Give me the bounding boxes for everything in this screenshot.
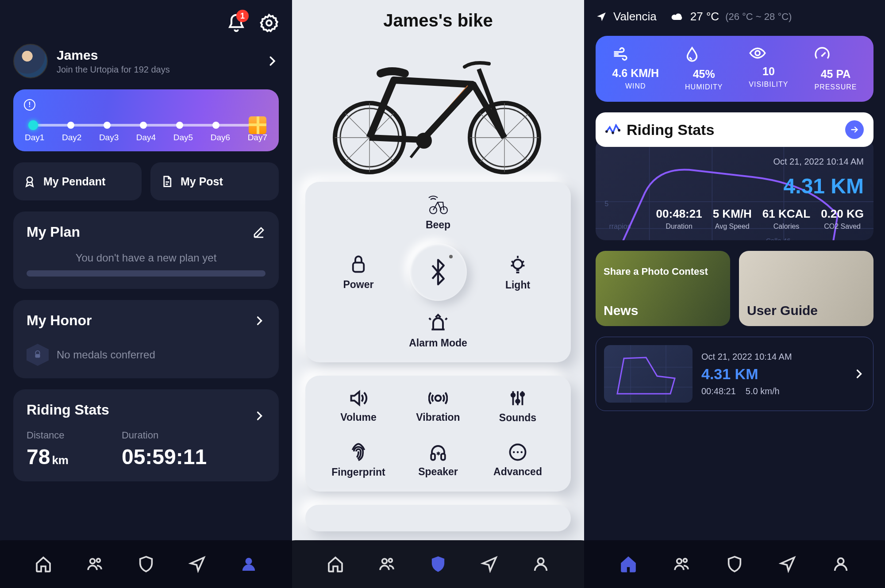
ride-distance: 4.31 KM — [605, 174, 864, 198]
tab-navigate[interactable] — [189, 555, 206, 573]
ride-history-item[interactable]: Oct 21, 2022 10:14 AM 4.31 KM 00:48:215.… — [596, 337, 873, 411]
notifications-button[interactable]: 1 — [227, 13, 246, 33]
tab-security[interactable] — [726, 555, 743, 573]
ride-item-date: Oct 21, 2022 10:14 AM — [701, 352, 844, 362]
day-label: Day6 — [211, 133, 230, 142]
power-button[interactable]: Power — [343, 254, 373, 291]
vibration-button[interactable]: Vibration — [416, 389, 460, 423]
alarm-icon — [428, 313, 448, 333]
guide-title: User Guide — [747, 303, 818, 318]
duration-value: 05:59:11 — [122, 445, 207, 469]
humidity-label: HUMIDITY — [685, 83, 723, 91]
person-icon — [532, 555, 550, 573]
svg-point-46 — [389, 559, 392, 562]
ride-summary-card[interactable]: 5 rrapios Calle 46 Oct 21, 2022 10:14 AM… — [596, 139, 873, 240]
vibration-icon — [428, 389, 448, 407]
headphones-icon: ✱ — [429, 443, 447, 461]
edit-icon[interactable] — [252, 226, 266, 239]
settings-button[interactable] — [259, 13, 279, 33]
tab-navigate[interactable] — [481, 555, 498, 573]
info-icon: ! — [24, 99, 35, 111]
svg-point-3 — [90, 559, 95, 564]
advanced-button[interactable]: Advanced — [493, 443, 542, 478]
alarm-mode-button[interactable]: Alarm Mode — [409, 313, 467, 349]
svg-point-33 — [513, 259, 523, 269]
my-post-button[interactable]: My Post — [150, 162, 279, 200]
beep-button[interactable]: Beep — [426, 195, 450, 231]
alarm-label: Alarm Mode — [409, 337, 467, 349]
duration-label: Duration — [122, 430, 207, 441]
location-name: Valencia — [613, 10, 657, 23]
bluetooth-icon — [426, 258, 450, 286]
tab-community[interactable] — [378, 555, 396, 573]
light-button[interactable]: Light — [505, 254, 530, 291]
tab-navigate[interactable] — [779, 555, 796, 573]
power-label: Power — [343, 279, 373, 291]
riding-stats-card[interactable]: Riding Stats Distance 78km Duration 05:5… — [13, 389, 279, 481]
speaker-button[interactable]: ✱ Speaker — [418, 443, 458, 478]
tab-profile[interactable] — [240, 555, 258, 573]
gear-icon — [259, 13, 279, 33]
my-plan-card[interactable]: My Plan You don't have a new plan yet — [13, 211, 279, 289]
riding-stats-header[interactable]: Riding Stats — [596, 112, 873, 147]
ride-item-distance: 4.31 KM — [701, 365, 844, 383]
tab-profile[interactable] — [832, 555, 850, 573]
day-label: Day7 — [248, 133, 267, 142]
svg-line-19 — [504, 113, 529, 138]
tab-community[interactable] — [86, 555, 104, 573]
my-pendant-button[interactable]: My Pendant — [13, 162, 142, 200]
distance-value: 78 — [27, 445, 50, 469]
pressure-label: PRESSURE — [814, 83, 857, 91]
my-honor-empty: No medals conferred — [57, 349, 155, 361]
svg-point-35 — [512, 393, 515, 397]
news-title: News — [604, 303, 638, 318]
bulb-icon — [508, 254, 527, 275]
my-plan-empty: You don't have a new plan yet — [27, 252, 266, 264]
svg-point-50 — [605, 130, 608, 133]
people-icon — [378, 555, 396, 573]
user-guide-tile[interactable]: User Guide — [739, 251, 873, 326]
home-icon — [35, 555, 52, 573]
svg-point-45 — [382, 559, 387, 564]
tab-community[interactable] — [673, 555, 690, 573]
sounds-button[interactable]: Sounds — [499, 389, 536, 424]
chevron-right-icon — [253, 315, 266, 327]
bluetooth-button[interactable] — [409, 243, 467, 301]
droplet-icon — [685, 46, 699, 62]
tab-profile[interactable] — [532, 555, 550, 573]
news-tile[interactable]: Share a Photo Contest News — [596, 251, 730, 326]
activity-icon — [605, 124, 620, 135]
beep-label: Beep — [426, 219, 450, 231]
ride-avg-speed: 5 KM/H — [713, 207, 752, 221]
profile-row[interactable]: James Join the Urtopia for 192 days — [0, 37, 292, 89]
svg-point-57 — [683, 559, 687, 562]
tab-home[interactable] — [620, 555, 637, 573]
svg-rect-39 — [441, 454, 445, 460]
svg-point-44 — [520, 451, 523, 453]
go-button[interactable] — [845, 120, 864, 139]
my-plan-title: My Plan — [27, 224, 80, 240]
weekly-progress-card[interactable]: ! Day1 Day2 Day3 Day4 Day5 Day6 Day7 — [13, 89, 279, 151]
shield-icon — [726, 555, 743, 573]
my-honor-card[interactable]: My Honor No medals conferred — [13, 300, 279, 378]
tab-security[interactable] — [429, 555, 447, 573]
extra-card[interactable] — [305, 505, 571, 531]
ride-duration: 00:48:21 — [656, 207, 702, 221]
bike-title: James's bike — [305, 0, 571, 36]
more-icon — [508, 443, 527, 461]
ride-item-speed: 5.0 km/h — [746, 386, 780, 396]
volume-button[interactable]: Volume — [340, 389, 376, 423]
wind-icon — [612, 46, 628, 61]
gift-icon — [249, 116, 266, 134]
riding-stats-title: Riding Stats — [627, 121, 714, 138]
svg-point-34 — [435, 396, 441, 401]
day-label: Day3 — [99, 133, 119, 142]
tab-home[interactable] — [327, 555, 344, 573]
tab-security[interactable] — [137, 555, 155, 573]
tab-home[interactable] — [35, 555, 52, 573]
svg-rect-2 — [35, 354, 40, 357]
progress-track — [28, 124, 264, 127]
light-label: Light — [505, 279, 530, 291]
fingerprint-button[interactable]: Fingerprint — [331, 442, 385, 478]
wind-value: 4.6 KM/H — [612, 67, 659, 80]
